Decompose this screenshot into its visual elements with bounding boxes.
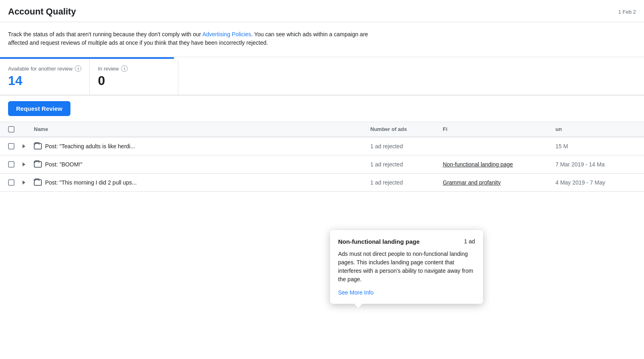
- see-more-info-link[interactable]: See More Info: [338, 289, 374, 296]
- col-header-dates: un: [555, 126, 636, 133]
- row-dates-2: 7 Mar 2019 - 14 Ma: [555, 161, 636, 168]
- available-review-label: Available for another review: [8, 66, 72, 72]
- row-name-3: Post: "This morning I did 2 pull ups...: [34, 179, 370, 186]
- expand-icon-2[interactable]: [23, 162, 25, 166]
- in-review-label: In review: [98, 66, 119, 72]
- select-all-checkbox[interactable]: [8, 126, 14, 133]
- available-review-stat: Available for another review i 14: [0, 59, 90, 95]
- table-row: Post: "BOOM!" 1 ad rejected Non-function…: [0, 156, 644, 174]
- in-review-value: 0: [98, 73, 170, 88]
- table-row: Post: "This morning I did 2 pull ups... …: [0, 174, 644, 192]
- row-name-2: Post: "BOOM!": [34, 161, 370, 168]
- tooltip-title-row: Non-functional landing page 1 ad: [338, 238, 475, 245]
- reason-link-2[interactable]: Non-functional landing page: [443, 161, 513, 168]
- request-review-button[interactable]: Request Review: [8, 101, 70, 116]
- tooltip-count: 1 ad: [464, 238, 475, 245]
- col-header-reason: Fi: [443, 126, 555, 133]
- row-checkbox-2[interactable]: [8, 161, 14, 168]
- folder-icon-1: [34, 143, 42, 149]
- tooltip-body: Ads must not direct people to non-functi…: [338, 250, 475, 284]
- row-reason-3[interactable]: Grammar and profanity: [443, 179, 555, 186]
- row-ads-2: 1 ad rejected: [370, 161, 443, 168]
- row-checkbox-3[interactable]: [8, 179, 14, 186]
- description-before-link: Track the status of ads that aren't runn…: [8, 31, 202, 37]
- row-name-1: Post: "Teaching adults is like herdi...: [34, 143, 370, 149]
- row-ads-3: 1 ad rejected: [370, 179, 443, 186]
- row-reason-2[interactable]: Non-functional landing page: [443, 161, 555, 168]
- in-review-stat: In review i 0: [90, 59, 178, 95]
- row-dates-1: 15 M: [555, 143, 636, 149]
- row-checkbox-1[interactable]: [8, 143, 14, 149]
- header-date: 1 Feb 2: [618, 9, 636, 15]
- available-review-value: 14: [8, 73, 81, 88]
- description-text: Track the status of ads that aren't runn…: [8, 30, 370, 47]
- page-title: Account Quality: [8, 6, 76, 17]
- advertising-policies-link[interactable]: Advertising Policies: [202, 31, 251, 37]
- col-header-name: Name: [34, 126, 370, 133]
- row-dates-3: 4 May 2019 - 7 May: [555, 179, 636, 186]
- row-ads-1: 1 ad rejected: [370, 143, 443, 149]
- tooltip-popup: Non-functional landing page 1 ad Ads mus…: [330, 230, 483, 304]
- expand-icon-3[interactable]: [23, 181, 25, 185]
- table-row: Post: "Teaching adults is like herdi... …: [0, 137, 644, 156]
- folder-icon-2: [34, 161, 42, 168]
- campaigns-table: Name Number of ads Fi un Post: "Teaching…: [0, 122, 644, 192]
- folder-icon-3: [34, 179, 42, 186]
- in-review-info-icon[interactable]: i: [121, 65, 128, 72]
- table-header: Name Number of ads Fi un: [0, 122, 644, 137]
- action-row: Request Review: [0, 95, 644, 122]
- expand-icon-1[interactable]: [23, 144, 25, 148]
- reason-link-3[interactable]: Grammar and profanity: [443, 179, 501, 186]
- col-header-ads: Number of ads: [370, 126, 443, 133]
- tooltip-title: Non-functional landing page: [338, 238, 459, 245]
- available-info-icon[interactable]: i: [75, 65, 81, 72]
